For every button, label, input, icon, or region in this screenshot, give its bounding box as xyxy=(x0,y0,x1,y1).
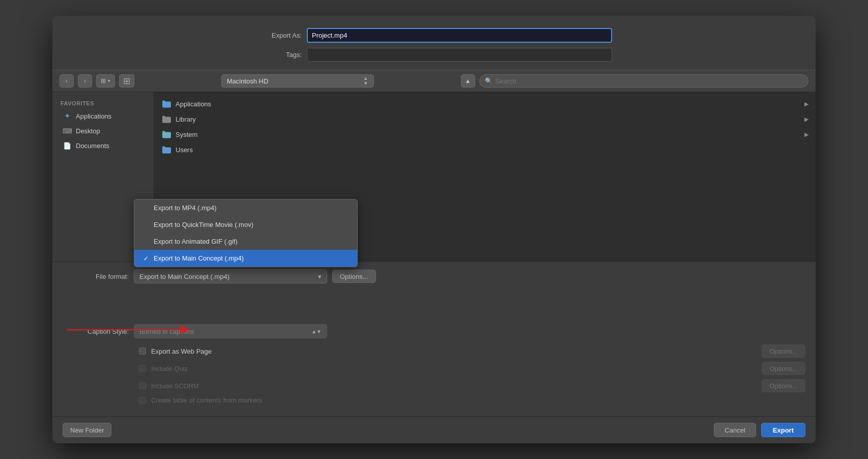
tags-input[interactable] xyxy=(307,48,612,62)
new-folder-button[interactable]: New Folder xyxy=(63,423,111,437)
include-scorm-row: Include SCORM Options... xyxy=(63,379,805,392)
include-scorm-checkbox[interactable] xyxy=(139,382,146,389)
search-box[interactable]: 🔍 xyxy=(479,74,809,88)
export-web-row: Export as Web Page Options... xyxy=(63,345,805,358)
bottom-section: File format: Export to Main Concept (.mp… xyxy=(52,262,816,416)
export-web-label: Export as Web Page xyxy=(151,348,212,355)
export-as-input[interactable] xyxy=(307,28,612,43)
forward-button[interactable]: › xyxy=(78,74,92,88)
check-mark-icon: ✓ xyxy=(142,255,150,262)
include-scorm-label: Include SCORM xyxy=(151,382,199,390)
caption-dropdown-arrow: ▲▼ xyxy=(311,329,322,334)
toolbar: ‹ › ⊞ ▾ ⊞ Macintosh HD ▲ ▼ ▲ 🔍 xyxy=(52,70,816,92)
file-users-icon xyxy=(161,145,171,155)
export-dialog: Export As: Tags: ‹ › ⊞ ▾ ⊞ Macintosh HD … xyxy=(52,16,816,443)
include-quiz-checkbox[interactable] xyxy=(139,365,146,372)
file-format-row: File format: Export to Main Concept (.mp… xyxy=(63,269,805,283)
caption-dropdown[interactable]: Burned in captions ▲▼ xyxy=(134,324,327,338)
file-users-label: Users xyxy=(176,146,193,154)
cancel-button[interactable]: Cancel xyxy=(714,423,756,437)
sidebar-item-desktop[interactable]: ⌨ Desktop xyxy=(54,124,152,138)
format-dropdown[interactable]: Export to Main Concept (.mp4) ▾ xyxy=(134,269,327,283)
file-applications-chevron: ▶ xyxy=(804,101,808,107)
sidebar-item-applications[interactable]: ✦ Applications xyxy=(54,109,152,123)
new-folder-icon: ⊞ xyxy=(123,76,130,87)
file-item-applications[interactable]: Applications ▶ xyxy=(154,96,816,111)
create-toc-checkbox[interactable] xyxy=(139,397,146,404)
new-folder-button-label: New Folder xyxy=(70,426,104,434)
search-icon: 🔍 xyxy=(485,77,493,84)
file-library-label: Library xyxy=(176,116,196,123)
create-toc-label: Create table of contents from markers xyxy=(151,396,262,404)
file-library-icon xyxy=(161,114,171,124)
forward-icon: › xyxy=(84,77,86,84)
file-applications-icon xyxy=(161,99,171,109)
top-section: Export As: Tags: xyxy=(52,16,816,70)
expand-icon: ▲ xyxy=(465,77,471,84)
file-system-icon xyxy=(161,129,171,139)
create-toc-row: Create table of contents from markers xyxy=(63,396,805,404)
sidebar-item-documents-label: Documents xyxy=(76,142,109,150)
view-chevron-icon: ▾ xyxy=(108,78,110,83)
file-system-chevron: ▶ xyxy=(804,131,808,138)
include-scorm-options-button: Options... xyxy=(762,379,805,392)
view-button[interactable]: ⊞ ▾ xyxy=(96,74,115,88)
dropdown-option-mp4[interactable]: Export to MP4 (.mp4) xyxy=(134,199,357,216)
dropdown-option-gif-label: Export to Animated GIF (.gif) xyxy=(154,238,238,245)
documents-icon: 📄 xyxy=(63,141,72,150)
sidebar-section-label: Favorites xyxy=(52,98,154,108)
sidebar-item-desktop-label: Desktop xyxy=(76,127,100,135)
dropdown-option-mov[interactable]: Export to QuickTime Movie (.mov) xyxy=(134,216,357,233)
format-dropdown-value: Export to Main Concept (.mp4) xyxy=(139,273,229,280)
format-dropdown-arrow: ▾ xyxy=(318,273,322,280)
caption-style-label: Caption Style: xyxy=(63,328,129,335)
footer-right: Cancel Export xyxy=(714,423,805,437)
back-icon: ‹ xyxy=(66,77,68,84)
sidebar-item-documents[interactable]: 📄 Documents xyxy=(54,138,152,153)
file-applications-label: Applications xyxy=(176,100,211,108)
dropdown-option-gif[interactable]: Export to Animated GIF (.gif) xyxy=(134,233,357,250)
expand-button[interactable]: ▲ xyxy=(461,74,475,88)
export-button-label: Export xyxy=(773,426,794,434)
cancel-button-label: Cancel xyxy=(725,426,745,434)
tags-label: Tags: xyxy=(256,51,302,59)
export-as-label: Export As: xyxy=(256,32,302,39)
include-quiz-label: Include Quiz xyxy=(151,365,188,372)
applications-icon: ✦ xyxy=(63,111,72,121)
file-library-chevron: ▶ xyxy=(804,116,808,123)
location-text: Macintosh HD xyxy=(227,77,269,85)
export-web-options-button: Options... xyxy=(762,345,805,358)
location-arrows: ▲ ▼ xyxy=(363,76,368,86)
view-grid-icon: ⊞ xyxy=(101,77,106,84)
dropdown-option-mp4-label: Export to MP4 (.mp4) xyxy=(154,204,217,212)
format-dropdown-container: Export to Main Concept (.mp4) ▾ Export t… xyxy=(134,269,327,283)
export-as-row: Export As: xyxy=(256,28,612,43)
dropdown-option-mainconcept[interactable]: ✓ Export to Main Concept (.mp4) xyxy=(134,250,357,267)
caption-style-row: Caption Style: Burned in captions ▲▼ xyxy=(63,324,805,338)
export-button[interactable]: Export xyxy=(761,423,805,437)
footer: New Folder Cancel Export xyxy=(52,416,816,443)
dropdown-option-mainconcept-label: Export to Main Concept (.mp4) xyxy=(154,254,244,262)
dropdown-option-mov-label: Export to QuickTime Movie (.mov) xyxy=(154,221,253,228)
file-item-system[interactable]: System ▶ xyxy=(154,127,816,142)
new-folder-toolbar-button[interactable]: ⊞ xyxy=(119,74,134,88)
file-item-library[interactable]: Library ▶ xyxy=(154,111,816,127)
file-system-label: System xyxy=(176,131,197,138)
include-quiz-options-button: Options... xyxy=(762,362,805,375)
format-dropdown-popup: Export to MP4 (.mp4) Export to QuickTime… xyxy=(134,199,358,267)
location-dropdown[interactable]: Macintosh HD ▲ ▼ xyxy=(221,74,374,88)
file-format-label: File format: xyxy=(63,273,129,280)
include-quiz-row: Include Quiz Options... xyxy=(63,362,805,375)
file-item-users[interactable]: Users xyxy=(154,142,816,157)
caption-dropdown-value: Burned in captions xyxy=(139,328,194,335)
tags-row: Tags: xyxy=(256,48,612,62)
back-button[interactable]: ‹ xyxy=(60,74,74,88)
export-web-checkbox[interactable] xyxy=(139,348,146,355)
sidebar-item-applications-label: Applications xyxy=(76,112,111,120)
format-options-button[interactable]: Options... xyxy=(332,270,376,283)
search-input[interactable] xyxy=(496,77,803,85)
desktop-icon: ⌨ xyxy=(63,126,72,135)
